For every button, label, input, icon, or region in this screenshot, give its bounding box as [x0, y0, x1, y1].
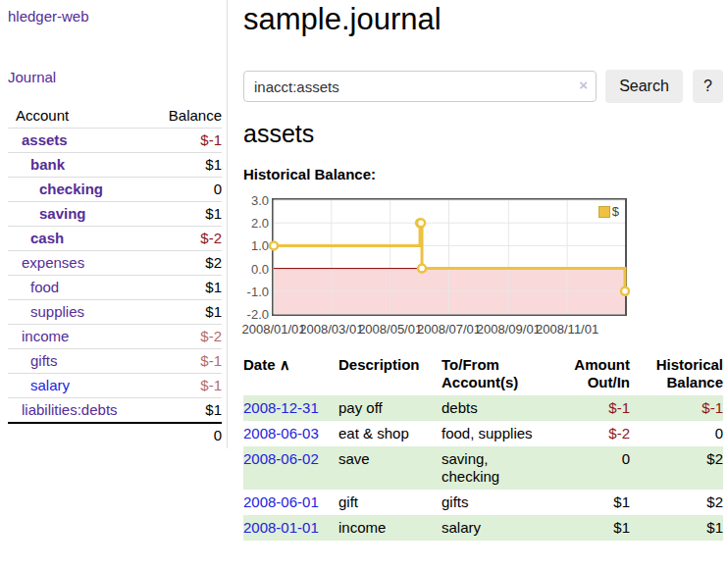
account-balance-gifts: $-1 — [152, 349, 222, 374]
account-row-cash: cash $-2 — [8, 227, 222, 251]
transaction-balance: $2 — [630, 490, 723, 515]
account-row-income: income $-2 — [8, 325, 222, 349]
transaction-amount: 0 — [547, 446, 630, 490]
register-header-accounts: To/From Account(s) — [442, 354, 547, 395]
account-link-supplies[interactable]: supplies — [30, 303, 84, 320]
search-bar: × Search ? — [243, 70, 728, 103]
account-balance-income: $-2 — [152, 325, 222, 349]
y-axis-tick-label: 1.0 — [251, 239, 269, 252]
register-row: 2008-06-02 save saving, checking 0 $2 — [243, 446, 723, 490]
register-header-date-label: Date — [243, 356, 276, 373]
account-balance-salary: $-1 — [152, 374, 222, 398]
x-axis-tick-label: 2008/05/01 — [358, 322, 422, 337]
account-balance-expenses: $2 — [152, 251, 222, 276]
transaction-amount: $1 — [547, 490, 630, 515]
transaction-date-link[interactable]: 2008-01-01 — [243, 519, 319, 536]
account-balance-liabilities-debts: $1 — [152, 398, 222, 424]
account-row-liabilities-debts: liabilities:debts $1 — [8, 398, 222, 424]
account-balance-cash: $-2 — [152, 227, 222, 251]
y-axis-tick-label: -2.0 — [247, 308, 269, 321]
account-link-liabilities-debts[interactable]: liabilities:debts — [22, 401, 118, 418]
register-row: 2008-01-01 income salary $1 $1 — [243, 515, 723, 541]
register-row: 2008-12-31 pay off debts $-1 $-1 — [243, 395, 723, 421]
main-content: sample.journal × Search ? assets Histori… — [243, 0, 728, 571]
register-header-date[interactable]: Date ∧ — [243, 354, 338, 395]
account-row-checking: checking 0 — [8, 178, 222, 202]
account-link-gifts[interactable]: gifts — [30, 352, 58, 369]
register-header-description: Description — [338, 354, 442, 395]
transaction-accounts: saving, checking — [442, 446, 547, 490]
x-axis-tick-label: 2008/03/01 — [299, 322, 363, 337]
account-link-bank[interactable]: bank — [30, 156, 65, 173]
transaction-description: pay off — [338, 395, 442, 421]
account-balance-food: $1 — [152, 276, 222, 300]
account-row-saving: saving $1 — [8, 202, 222, 227]
y-axis-tick-label: -1.0 — [247, 286, 269, 298]
account-link-expenses[interactable]: expenses — [22, 254, 84, 271]
account-row-food: food $1 — [8, 276, 222, 300]
transaction-balance: $-1 — [630, 395, 723, 421]
account-link-cash[interactable]: cash — [30, 230, 64, 246]
account-heading: assets — [243, 120, 314, 148]
transaction-accounts: salary — [442, 515, 547, 541]
account-link-saving[interactable]: saving — [39, 205, 86, 222]
account-row-expenses: expenses $2 — [8, 251, 222, 276]
account-row-assets: assets $-1 — [8, 129, 222, 153]
sidebar: hledger-web Journal Account Balance asse… — [0, 0, 228, 448]
account-balance-checking: 0 — [152, 178, 222, 202]
transaction-date-link[interactable]: 2008-06-01 — [243, 493, 319, 510]
register-header-amount: Amount Out/In — [547, 354, 630, 395]
account-link-checking[interactable]: checking — [39, 181, 103, 197]
search-button[interactable]: Search — [605, 70, 683, 103]
transaction-accounts: gifts — [442, 490, 547, 515]
transaction-accounts: debts — [442, 395, 547, 421]
accounts-header-account: Account — [8, 104, 152, 129]
nav-journal-link[interactable]: Journal — [8, 69, 227, 85]
transaction-accounts: food, supplies — [442, 421, 547, 446]
transaction-amount: $-2 — [547, 421, 630, 446]
register-header-balance: Historical Balance — [630, 354, 723, 395]
transaction-description: eat & shop — [338, 421, 442, 446]
account-link-salary[interactable]: salary — [30, 377, 70, 393]
accounts-total-value: 0 — [152, 423, 222, 447]
y-axis-tick-label: 2.0 — [251, 217, 269, 230]
transaction-description: gift — [338, 490, 442, 515]
transaction-description: income — [338, 515, 442, 541]
accounts-header-balance: Balance — [152, 104, 222, 129]
clear-search-icon[interactable]: × — [579, 78, 588, 92]
transaction-balance: $1 — [630, 515, 723, 541]
app-title-link[interactable]: hledger-web — [8, 8, 227, 25]
transaction-date-link[interactable]: 2008-06-02 — [243, 450, 319, 467]
chart-plot-area: $ — [272, 198, 627, 316]
transaction-date-link[interactable]: 2008-12-31 — [243, 399, 319, 416]
help-button[interactable]: ? — [693, 70, 723, 103]
account-link-assets[interactable]: assets — [22, 131, 68, 148]
x-axis-tick-label: 2008/01/01 — [241, 322, 305, 337]
search-input[interactable] — [243, 71, 597, 102]
transaction-balance: 0 — [630, 421, 723, 446]
register-table: Date ∧ Description To/From Account(s) Am… — [243, 354, 723, 541]
y-axis-tick-label: 0.0 — [251, 263, 269, 276]
register-row: 2008-06-03 eat & shop food, supplies $-2… — [243, 421, 723, 446]
accounts-total-row: 0 — [8, 423, 222, 447]
account-balance-assets: $-1 — [152, 129, 222, 153]
transaction-date-link[interactable]: 2008-06-03 — [243, 425, 319, 441]
account-link-income[interactable]: income — [22, 328, 69, 344]
accounts-header-row: Account Balance — [8, 104, 222, 129]
accounts-table: Account Balance assets $-1 bank $1 check… — [8, 104, 222, 447]
balance-chart: $ 3.02.01.00.0-1.0-2.02008/01/012008/03/… — [243, 198, 634, 339]
register-header-row: Date ∧ Description To/From Account(s) Am… — [243, 354, 723, 395]
x-axis-tick-label: 2008/11/01 — [536, 322, 598, 337]
account-link-food[interactable]: food — [30, 279, 59, 295]
account-row-bank: bank $1 — [8, 153, 222, 178]
transaction-balance: $2 — [630, 446, 723, 490]
transaction-amount: $1 — [547, 515, 630, 541]
account-row-gifts: gifts $-1 — [8, 349, 222, 374]
chart-title: Historical Balance: — [243, 166, 376, 182]
account-balance-saving: $1 — [152, 202, 222, 227]
page-title: sample.journal — [243, 2, 442, 37]
account-balance-supplies: $1 — [152, 300, 222, 325]
account-row-salary: salary $-1 — [8, 374, 222, 398]
account-row-supplies: supplies $1 — [8, 300, 222, 325]
x-axis-tick-label: 2008/09/01 — [477, 322, 541, 337]
